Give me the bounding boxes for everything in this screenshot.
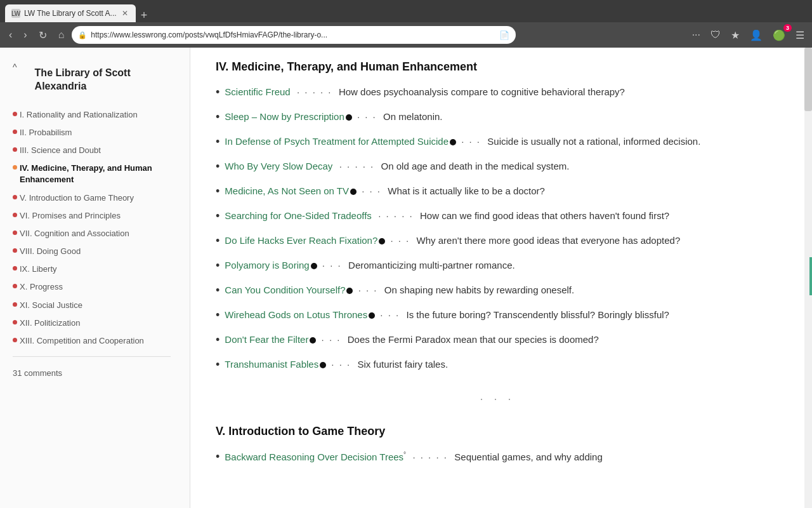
item-link-polyamory[interactable]: Polyamory is Boring — [225, 260, 309, 271]
item-link-dont-fear-filter[interactable]: Don't Fear the Filter — [225, 334, 308, 345]
bookmark-icon[interactable]: ★ — [728, 27, 742, 44]
toolbar-icons: ··· 🛡 ★ 👤 🟢 3 ☰ — [690, 27, 807, 44]
sidebar-item-label: VI. Promises and Principles — [20, 210, 121, 222]
list-item: Wirehead Gods on Lotus Thrones · · · Is … — [216, 308, 779, 324]
item-link-life-hacks[interactable]: Do Life Hacks Ever Reach Fixation? — [225, 235, 377, 246]
item-dots: · · · · · — [293, 86, 336, 97]
sidebar: ^ The Library of Scott Alexandria I. Rat… — [0, 48, 190, 508]
list-item: Can You Condition Yourself? · · · On sha… — [216, 283, 779, 299]
sidebar-item-science[interactable]: III. Science and Doubt — [13, 142, 177, 159]
nav-dot — [13, 338, 17, 342]
hamburger-menu-icon[interactable]: ☰ — [793, 27, 807, 44]
forward-button[interactable]: › — [20, 27, 30, 43]
sidebar-item-promises[interactable]: VI. Promises and Principles — [13, 207, 177, 225]
sidebar-item-label: II. Probabilism — [20, 127, 72, 138]
black-dot-icon — [450, 139, 456, 145]
sidebar-item-progress[interactable]: X. Progress — [13, 278, 177, 296]
section4-item-list: Scientific Freud · · · · · How does psyc… — [216, 85, 779, 373]
item-link-backward-reasoning[interactable]: Backward Reasoning Over Decision Trees — [225, 451, 403, 462]
list-item: Searching for One-Sided Tradeoffs · · · … — [216, 209, 779, 225]
page-layout: ^ The Library of Scott Alexandria I. Rat… — [0, 48, 812, 508]
nav-dot — [13, 231, 17, 235]
item-dots: · · · — [317, 334, 344, 345]
sidebar-item-social-justice[interactable]: XI. Social Justice — [13, 297, 177, 314]
comments-link[interactable]: 31 comments — [0, 363, 183, 383]
section5-title: V. Introduction to Game Theory — [216, 425, 779, 438]
item-desc: Is the future boring? Transcendently bli… — [407, 309, 669, 320]
sidebar-item-liberty[interactable]: IX. Liberty — [13, 260, 177, 278]
list-item: Who By Very Slow Decay · · · · · On old … — [216, 159, 779, 175]
nav-dot — [13, 302, 17, 307]
nav-dot-active — [13, 165, 17, 170]
new-tab-button[interactable]: + — [137, 9, 152, 22]
scroll-thumb[interactable] — [804, 48, 812, 111]
item-desc: How does psychoanalysis compare to cogni… — [339, 86, 625, 97]
active-tab[interactable]: LW LW The Library of Scott A... ✕ — [5, 4, 136, 22]
item-dots: · · · — [386, 235, 414, 246]
item-dots: · · · — [354, 284, 381, 295]
item-desc: On old age and death in the medical syst… — [381, 161, 570, 171]
sidebar-item-cognition[interactable]: VII. Cognition and Association — [13, 225, 177, 243]
url-text: https://www.lesswrong.com/posts/vwqLfDfs… — [91, 30, 495, 39]
pocket-icon[interactable]: 🛡 — [708, 27, 723, 43]
refresh-button[interactable]: ↻ — [35, 27, 51, 44]
address-bar[interactable]: 🔒 https://www.lesswrong.com/posts/vwqLfD… — [72, 26, 516, 44]
close-tab-button[interactable]: ✕ — [121, 8, 129, 19]
sidebar-item-probabilism[interactable]: II. Probabilism — [13, 124, 177, 142]
item-text: Sleep – Now by Prescription · · · On mel… — [225, 110, 442, 124]
item-text: Searching for One-Sided Tradeoffs · · · … — [225, 209, 669, 224]
item-link-psych-treatment[interactable]: In Defense of Psych Treatment for Attemp… — [225, 136, 449, 147]
nav-dot — [13, 266, 17, 271]
item-desc: Why aren't there more good ideas that ev… — [417, 235, 681, 246]
back-button[interactable]: ‹ — [5, 27, 16, 43]
black-dot-icon — [346, 114, 352, 121]
item-desc: Deromanticizing multi-partner romance. — [348, 260, 515, 271]
sidebar-item-competition[interactable]: XIII. Competition and Cooperation — [13, 332, 177, 350]
item-dots: · · · · · — [336, 161, 379, 171]
item-desc: Does the Fermi Paradox mean that our spe… — [348, 334, 599, 345]
item-link-tradeoffs[interactable]: Searching for One-Sided Tradeoffs — [225, 210, 372, 221]
sidebar-item-medicine[interactable]: IV. Medicine, Therapy, and Human Enhance… — [13, 159, 177, 189]
nav-dot — [13, 112, 17, 116]
sidebar-item-label: IX. Liberty — [20, 264, 57, 275]
item-link-medicine-tv[interactable]: Medicine, As Not Seen on TV — [225, 185, 349, 196]
black-dot-icon — [346, 288, 353, 294]
browser-chrome: LW LW The Library of Scott A... ✕ + — [0, 0, 812, 22]
list-item: Don't Fear the Filter · · · Does the Fer… — [216, 333, 779, 349]
security-lock-icon: 🔒 — [78, 31, 87, 39]
item-text: Who By Very Slow Decay · · · · · On old … — [225, 159, 569, 174]
sidebar-item-doing-good[interactable]: VIII. Doing Good — [13, 243, 177, 260]
item-link-sleep[interactable]: Sleep – Now by Prescription — [225, 111, 344, 122]
item-text: Can You Condition Yourself? · · · On sha… — [225, 283, 574, 298]
profile-icon[interactable]: 👤 — [747, 27, 765, 44]
sidebar-divider — [13, 356, 171, 357]
item-link-wirehead[interactable]: Wirehead Gods on Lotus Thrones — [225, 309, 367, 320]
item-link-transhumanist[interactable]: Transhumanist Fables — [225, 359, 318, 370]
item-text: Don't Fear the Filter · · · Does the Fer… — [225, 333, 598, 347]
menu-dots-icon[interactable]: ··· — [690, 27, 703, 43]
tab-title: LW The Library of Scott A... — [24, 9, 117, 18]
sidebar-item-game-theory[interactable]: V. Introduction to Game Theory — [13, 189, 177, 207]
notification-badge: 3 — [783, 24, 792, 32]
sidebar-item-label: I. Rationality and Rationalization — [20, 109, 138, 121]
nav-dot — [13, 284, 17, 288]
sidebar-item-rationality[interactable]: I. Rationality and Rationalization — [13, 106, 177, 124]
sidebar-item-label: XIII. Competition and Cooperation — [20, 335, 144, 347]
item-link-scientific-freud[interactable]: Scientific Freud — [225, 86, 290, 97]
extensions-icon[interactable]: 🟢 3 — [770, 27, 788, 44]
nav-dot — [13, 320, 17, 324]
item-link-condition-yourself[interactable]: Can You Condition Yourself? — [225, 284, 345, 295]
sidebar-item-politicization[interactable]: XII. Politicization — [13, 314, 177, 332]
nav-dot — [13, 248, 17, 253]
scrollbar[interactable] — [804, 48, 812, 508]
sidebar-collapse-icon[interactable]: ^ — [13, 62, 17, 72]
reader-mode-icon[interactable]: 📄 — [499, 30, 509, 40]
item-dots: · · · · · — [409, 451, 452, 462]
home-button[interactable]: ⌂ — [55, 27, 69, 43]
item-link-slow-decay[interactable]: Who By Very Slow Decay — [225, 161, 332, 171]
item-desc: Suicide is usually not a rational, infor… — [487, 136, 700, 147]
item-text: In Defense of Psych Treatment for Attemp… — [225, 135, 700, 149]
black-dot-icon — [311, 263, 317, 269]
sidebar-item-label: IV. Medicine, Therapy, and Human Enhance… — [20, 163, 177, 185]
list-item: Scientific Freud · · · · · How does psyc… — [216, 85, 779, 101]
